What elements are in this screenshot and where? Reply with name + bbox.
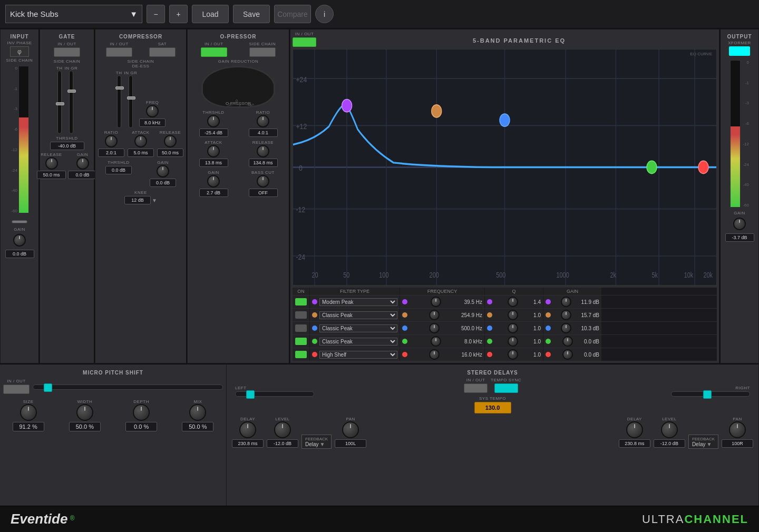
- out-vu-scale-6: -6: [742, 121, 749, 126]
- comp-in-gr-fader[interactable]: [127, 96, 135, 100]
- opressor-gain-knob[interactable]: [207, 175, 220, 188]
- eq-band-4-freq-knob[interactable]: [431, 336, 441, 347]
- eq-band-5-freq-dot: [402, 352, 407, 357]
- info-button[interactable]: i: [315, 5, 334, 23]
- eq-band-1-filter-select[interactable]: Modern Peak: [319, 298, 397, 306]
- gate-in-gr-fader[interactable]: [67, 90, 76, 93]
- gate-release-knob[interactable]: [45, 157, 58, 170]
- comp-sat-label: SAT: [158, 42, 167, 46]
- opressor-label: O-PRESSOR: [220, 32, 256, 41]
- comp-th-fader[interactable]: [115, 86, 124, 90]
- opressor-in-out-button[interactable]: [201, 47, 227, 57]
- gate-th-fader[interactable]: [56, 102, 64, 105]
- eq-band-2-q-knob[interactable]: [508, 310, 518, 320]
- delays-left-pan-knob[interactable]: [342, 421, 359, 438]
- eq-in-out-button[interactable]: [293, 37, 316, 47]
- output-gain-knob[interactable]: [733, 218, 746, 230]
- opressor-side-chain-button[interactable]: [249, 47, 276, 57]
- mp-width-knob[interactable]: [76, 404, 93, 421]
- eq-band-4-gain-knob[interactable]: [562, 336, 573, 347]
- preset-minus-button[interactable]: −: [147, 5, 165, 23]
- comp-ratio-knob[interactable]: [105, 135, 118, 147]
- eq-band-5-freq-knob[interactable]: [429, 349, 440, 360]
- eq-band-4-on-button[interactable]: [295, 338, 307, 345]
- mp-depth-knob[interactable]: [133, 404, 150, 421]
- eq-band-4-q-value: 1.0: [533, 339, 541, 344]
- output-gain-label: GAIN: [734, 211, 745, 215]
- opressor-attack-knob[interactable]: [207, 145, 220, 157]
- delays-right-fader-track[interactable]: [671, 391, 750, 397]
- opressor-thrshld-label: THRSHLD: [202, 110, 224, 115]
- delays-right-delay-knob[interactable]: [626, 421, 643, 438]
- mp-level-fader-handle[interactable]: [44, 383, 52, 392]
- eq-band-5-gain-knob[interactable]: [562, 349, 573, 360]
- eq-band-4-q-dot: [487, 339, 492, 344]
- opressor-release-knob[interactable]: [257, 145, 269, 157]
- eq-band-1-q-dot: [487, 299, 492, 304]
- eq-band-1-gain-knob[interactable]: [561, 297, 571, 307]
- eq-band-2-filter-select[interactable]: Classic Peak: [319, 311, 397, 319]
- comp-gain-knob[interactable]: [157, 165, 169, 178]
- comp-knee-arrow[interactable]: ▼: [152, 198, 157, 203]
- comp-sat-button[interactable]: [149, 47, 176, 57]
- opressor-bass-cut-knob[interactable]: [257, 175, 269, 188]
- eq-band-4-filter-select[interactable]: Classic Peak: [319, 338, 397, 346]
- delays-left-feedback-arrow[interactable]: ▼: [320, 441, 325, 447]
- eq-band-5-q-knob[interactable]: [508, 349, 518, 360]
- delays-tempo-sync-button[interactable]: [494, 383, 518, 393]
- xformer-button[interactable]: [729, 46, 750, 56]
- eq-band-2-freq-knob[interactable]: [429, 310, 440, 320]
- input-fader-handle[interactable]: [12, 220, 27, 223]
- opressor-ratio-knob[interactable]: [257, 115, 269, 127]
- gate-in-out-button[interactable]: [54, 47, 80, 57]
- delays-right-level-knob[interactable]: [661, 421, 678, 438]
- mp-level-fader-track[interactable]: [33, 385, 223, 390]
- mp-in-out-button[interactable]: [3, 385, 30, 394]
- svg-text:-20: -20: [227, 106, 232, 108]
- vu-scale-24: -24: [10, 168, 17, 173]
- eq-graph[interactable]: EQ CURVE: [293, 49, 717, 285]
- eq-band-2-on-button[interactable]: [295, 311, 307, 319]
- eq-band-4-q-knob[interactable]: [508, 336, 518, 347]
- delays-in-out-button[interactable]: [464, 383, 488, 393]
- eq-band-5-filter-select[interactable]: High Shelf: [319, 351, 397, 359]
- load-button[interactable]: Load: [192, 5, 229, 23]
- opressor-thrshld-knob[interactable]: [207, 115, 220, 127]
- compare-button[interactable]: Compare: [274, 5, 311, 23]
- gate-gain-knob[interactable]: [76, 157, 89, 170]
- eq-band-2-gain-knob[interactable]: [561, 310, 571, 320]
- comp-knee-label: KNEE: [134, 190, 147, 195]
- comp-in-out-button[interactable]: [106, 47, 132, 57]
- eq-band-3-on-button[interactable]: [295, 324, 307, 332]
- eq-band-1-on-button[interactable]: [295, 298, 307, 306]
- delays-left-fader-handle[interactable]: [246, 390, 255, 399]
- eq-band-1-q-knob[interactable]: [508, 297, 518, 307]
- delays-left-fader-track[interactable]: [235, 391, 314, 397]
- comp-knee-value: 12 dB: [124, 196, 151, 204]
- mp-size-knob[interactable]: [20, 404, 37, 421]
- delays-left-delay-knob[interactable]: [239, 421, 256, 438]
- eq-band-3-freq-knob[interactable]: [429, 323, 440, 333]
- inv-phase-button[interactable]: φ: [10, 46, 29, 57]
- comp-attack-knob[interactable]: [134, 135, 147, 147]
- delays-left-level-knob[interactable]: [274, 421, 291, 438]
- eq-band-1-freq-knob[interactable]: [431, 297, 441, 307]
- delays-right-fader-handle[interactable]: [703, 390, 712, 399]
- comp-freq-knob[interactable]: [146, 105, 159, 117]
- comp-release-knob[interactable]: [164, 135, 177, 147]
- eq-band-3-q-knob[interactable]: [508, 323, 518, 333]
- save-button[interactable]: Save: [233, 5, 270, 23]
- eq-band-5-on-button[interactable]: [295, 351, 307, 358]
- preset-plus-button[interactable]: +: [169, 5, 188, 23]
- mp-width-value: 50.0 %: [69, 422, 101, 431]
- delays-right-feedback-arrow[interactable]: ▼: [706, 441, 712, 447]
- eq-band-1-freq-dot: [402, 299, 407, 304]
- delays-sys-tempo-button[interactable]: 130.0: [474, 402, 511, 413]
- mp-mix-knob[interactable]: [189, 404, 206, 421]
- preset-select[interactable]: Kick the Subs ▼: [5, 5, 142, 23]
- delays-left-level-value: -12.0 dB: [267, 439, 298, 448]
- eq-band-3-gain-knob[interactable]: [561, 323, 571, 333]
- input-gain-knob[interactable]: [13, 234, 26, 247]
- eq-band-3-filter-select[interactable]: Classic Peak: [319, 324, 397, 332]
- delays-right-pan-knob[interactable]: [729, 421, 746, 438]
